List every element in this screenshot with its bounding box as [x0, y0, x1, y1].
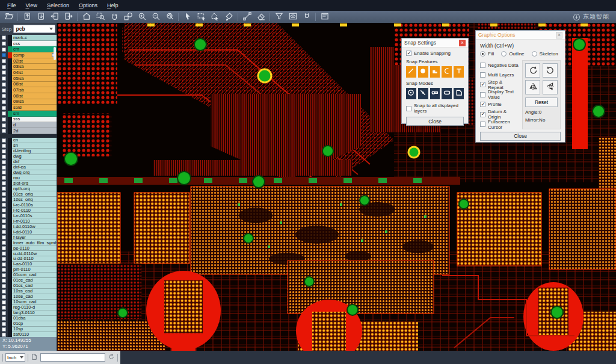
graphic-options-titlebar[interactable]: Graphic Options x — [476, 31, 565, 40]
layer-row-sn[interactable]: sn — [0, 143, 57, 149]
zoom-window-button[interactable] — [93, 11, 107, 22]
zoom-previous-button[interactable] — [162, 11, 176, 22]
layer-visibility-checkbox[interactable] — [2, 197, 6, 202]
layer-visibility-checkbox[interactable] — [2, 333, 6, 337]
layer-row-01cp[interactable]: 01cp — [0, 321, 57, 327]
snap-magnet-button[interactable] — [300, 11, 313, 22]
layer-row-04lst[interactable]: 04lst — [0, 70, 57, 76]
layer-visibility-checkbox[interactable] — [2, 42, 6, 46]
layer-visibility-checkbox[interactable] — [2, 181, 6, 185]
layer-visibility-checkbox[interactable] — [2, 257, 6, 261]
rotate-cw-button[interactable] — [525, 63, 540, 78]
snap-mode-contour-button[interactable] — [454, 88, 464, 99]
layer-visibility-checkbox[interactable] — [2, 203, 6, 207]
snap-feature-pad-button[interactable] — [418, 66, 428, 78]
layer-row-u-dd-0110w[interactable]: u-dd-0110w — [0, 251, 57, 256]
layer-row-f-layer[interactable]: f-layer — [0, 235, 57, 240]
command-input[interactable] — [40, 353, 105, 362]
layer-visibility-checkbox[interactable] — [2, 279, 6, 283]
layer-visibility-checkbox[interactable] — [2, 106, 6, 110]
snap-close-button[interactable]: Close — [406, 117, 464, 126]
option-datum-origin[interactable]: Datum & Origin — [480, 110, 519, 119]
layer-visibility-checkbox[interactable] — [2, 35, 6, 40]
layer-row-dxf-ea[interactable]: dxf-ea — [0, 165, 57, 170]
open-folder-button[interactable] — [2, 11, 16, 22]
layer-row-sss[interactable]: sss — [0, 117, 57, 123]
layer-row-pe-0110[interactable]: pe-0110 — [0, 245, 57, 251]
reset-button[interactable]: Reset — [525, 97, 558, 107]
snap-feature-corner-button[interactable] — [430, 66, 440, 78]
layer-visibility-checkbox[interactable] — [2, 144, 6, 148]
layer-row-dxf[interactable]: dxf — [0, 159, 57, 165]
select-rectangle-button[interactable] — [194, 11, 208, 22]
layer-visibility-checkbox[interactable] — [2, 129, 6, 133]
new-page-icon[interactable] — [31, 352, 38, 363]
layer-row-sm[interactable]: sm — [0, 111, 57, 117]
layer-visibility-checkbox[interactable] — [2, 246, 6, 250]
layer-visibility-checkbox[interactable] — [2, 88, 6, 93]
layers-panel-button[interactable] — [318, 11, 331, 22]
layer-visibility-checkbox[interactable] — [2, 208, 6, 212]
layer-row-05lsb[interactable]: 05lsb — [0, 76, 57, 82]
layer-visibility-checkbox[interactable] — [2, 230, 6, 234]
layer-row-u-dd-0110[interactable]: u-dd-0110 — [0, 256, 57, 262]
layer-row-08lst[interactable]: 08lst — [0, 93, 57, 99]
layer-row-2d[interactable]: 2d — [0, 128, 57, 134]
layer-visibility-checkbox[interactable] — [2, 273, 6, 277]
unit-select[interactable]: Inch — [5, 353, 25, 362]
mirror-vertical-button[interactable] — [543, 80, 558, 94]
eraser-button[interactable] — [254, 11, 268, 22]
layer-visibility-checkbox[interactable] — [2, 322, 6, 326]
zoom-out-button[interactable] — [149, 11, 162, 22]
layer-row-targ3-0110[interactable]: targ3-0110 — [0, 310, 57, 316]
import-file-button[interactable] — [20, 11, 34, 22]
layer-row-d[interactable]: d — [0, 122, 57, 128]
select-region-button[interactable] — [208, 11, 222, 22]
zoom-fit-home-button[interactable] — [79, 11, 93, 22]
layer-visibility-checkbox[interactable] — [2, 241, 6, 245]
layer-visibility-checkbox[interactable] — [2, 94, 6, 98]
layer-row-css[interactable]: css — [0, 41, 57, 47]
layer-row-01ccm_cad[interactable]: 01ccm_cad — [0, 273, 57, 278]
step-select[interactable]: pcb — [13, 25, 55, 33]
width-radio-fill[interactable]: Fill — [480, 51, 494, 57]
layer-visibility-checkbox[interactable] — [2, 48, 6, 52]
snap-all-layers-checkbox[interactable] — [406, 106, 411, 111]
radio-icon[interactable] — [501, 51, 507, 57]
view-options-eye-button[interactable] — [286, 11, 300, 22]
layer-visibility-checkbox[interactable] — [2, 170, 6, 174]
layer-visibility-checkbox[interactable] — [2, 262, 6, 267]
snap-settings-titlebar[interactable]: Snap Settings x — [402, 39, 468, 48]
width-radio-skeleton[interactable]: Skeleton — [532, 51, 558, 57]
layer-row-i-rc-0110s[interactable]: i-rc-0110s — [0, 202, 57, 208]
layer-row-i-aa-0110[interactable]: i-aa-0110 — [0, 262, 57, 267]
layer-visibility-checkbox[interactable] — [2, 306, 6, 310]
layer-visibility-checkbox[interactable] — [2, 160, 6, 164]
layer-row-dwg-org[interactable]: dwg-org — [0, 170, 57, 176]
layer-row-06lst[interactable]: 06lst — [0, 82, 57, 88]
layer-visibility-checkbox[interactable] — [2, 316, 6, 321]
layer-row-mark-c[interactable]: mark-c — [0, 35, 57, 41]
checkbox-icon[interactable] — [480, 122, 485, 127]
layer-row-10se_cad[interactable]: 10se_cad — [0, 294, 57, 300]
layer-visibility-checkbox[interactable] — [2, 235, 6, 239]
layer-row-07lsb[interactable]: 07lsb — [0, 87, 57, 93]
layer-visibility-checkbox[interactable] — [2, 138, 6, 143]
graphic-close-button[interactable]: Close — [480, 132, 561, 141]
layer-row-slot-org[interactable]: slot-org — [0, 180, 57, 186]
layer-row-cm[interactable]: cm — [0, 46, 57, 52]
width-radio-outline[interactable]: Outline — [501, 51, 524, 57]
layer-row-10ss_orig[interactable]: 10ss_orig — [0, 197, 57, 202]
layer-visibility-checkbox[interactable] — [2, 224, 6, 229]
layer-visibility-checkbox[interactable] — [2, 76, 6, 81]
enable-snapping-checkbox-row[interactable]: Enable Snapping — [406, 51, 464, 56]
page-in-button[interactable] — [48, 11, 61, 22]
layer-visibility-checkbox[interactable] — [2, 187, 6, 191]
layer-row-dwg[interactable]: dwg — [0, 154, 57, 159]
menu-item-options[interactable]: Options — [74, 1, 102, 10]
layer-visibility-checkbox[interactable] — [2, 111, 6, 116]
layer-visibility-checkbox[interactable] — [2, 311, 6, 315]
layer-row-i-dd-0110w[interactable]: i-dd-0110w — [0, 224, 57, 229]
layer-visibility-checkbox[interactable] — [2, 192, 6, 196]
checkbox-icon[interactable] — [480, 102, 485, 107]
